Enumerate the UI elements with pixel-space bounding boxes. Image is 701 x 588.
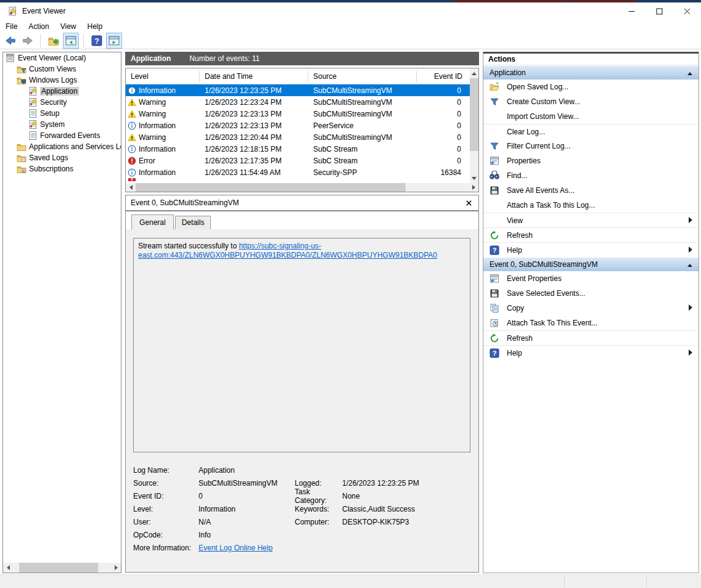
- toolbar-button[interactable]: [83, 34, 86, 47]
- find-icon: [490, 171, 499, 181]
- tree-item[interactable]: System: [3, 119, 121, 130]
- tab[interactable]: Details: [175, 216, 211, 229]
- filter-icon: [490, 141, 499, 151]
- info-icon: [128, 168, 136, 177]
- action-item[interactable]: Filter Current Log...: [483, 139, 699, 153]
- action-item[interactable]: ? Help: [483, 345, 699, 360]
- action-item[interactable]: ? Help: [483, 242, 699, 257]
- toolbar-button[interactable]: [2, 33, 18, 49]
- table-row[interactable]: Warning 1/26/2023 12:23:24 PM SubCMultiS…: [126, 96, 470, 108]
- table-row[interactable]: [126, 178, 470, 181]
- scroll-left-button[interactable]: [126, 183, 136, 192]
- collapse-icon[interactable]: [687, 260, 692, 269]
- info-icon: [128, 145, 136, 153]
- action-item[interactable]: View: [483, 213, 699, 227]
- scroll-right-button[interactable]: [469, 183, 478, 192]
- menu-item[interactable]: Action: [23, 21, 54, 32]
- toolbar-button[interactable]: [46, 33, 62, 49]
- action-item[interactable]: Copy: [483, 301, 699, 316]
- actions-section-header-application[interactable]: Application: [483, 65, 699, 80]
- event-list-panel: Level Date and Time Source Event ID Info…: [125, 68, 479, 192]
- action-item[interactable]: Refresh: [483, 227, 699, 242]
- tree-item[interactable]: Saved Logs: [3, 152, 121, 163]
- field-row: Keywords: Classic,Audit Success: [295, 502, 467, 515]
- action-item[interactable]: Save Selected Events...: [483, 286, 699, 301]
- table-row[interactable]: Information 1/26/2023 11:54:49 AM Securi…: [126, 166, 470, 178]
- close-icon: [466, 200, 472, 206]
- table-row[interactable]: Warning 1/26/2023 12:20:44 PM SubCMultiS…: [126, 131, 470, 143]
- column-header-eventid[interactable]: Event ID: [417, 71, 467, 82]
- scrollbar-thumb[interactable]: [19, 563, 98, 573]
- show-action-pane-icon: [109, 35, 120, 46]
- description-text: Stream started successfully to: [138, 242, 239, 250]
- table-rows: Information 1/26/2023 12:23:25 PM SubCMu…: [126, 84, 470, 182]
- action-item[interactable]: Refresh: [483, 330, 699, 345]
- action-item[interactable]: Open Saved Log...: [483, 80, 699, 94]
- scrollbar-thumb[interactable]: [136, 183, 406, 192]
- warning-icon: [128, 110, 136, 118]
- properties-icon: [490, 156, 499, 166]
- toolbar-button[interactable]: ?: [89, 33, 105, 49]
- tree-item[interactable]: Forwarded Events: [3, 130, 121, 141]
- field-link[interactable]: Event Log Online Help: [199, 544, 273, 552]
- scroll-down-button[interactable]: [470, 173, 478, 183]
- table-vertical-scrollbar[interactable]: [470, 68, 478, 183]
- tree-item[interactable]: Setup: [3, 108, 121, 119]
- tree-item[interactable]: Applications and Services Logs: [3, 141, 121, 152]
- event-log-icon: [28, 120, 38, 129]
- collapse-icon[interactable]: [687, 68, 692, 77]
- event-description[interactable]: Stream started successfully to https://s…: [133, 238, 470, 452]
- scroll-right-button[interactable]: [111, 563, 121, 573]
- toolbar-button[interactable]: [20, 33, 36, 49]
- tree-horizontal-scrollbar[interactable]: [3, 563, 121, 573]
- tree-item[interactable]: Windows Logs: [3, 75, 121, 86]
- table-row[interactable]: Warning 1/26/2023 12:23:13 PM SubCMultiS…: [126, 108, 470, 120]
- status-separator: [646, 576, 647, 587]
- toolbar-button[interactable]: [63, 33, 79, 49]
- tree-item[interactable]: Subscriptions: [3, 163, 121, 174]
- action-item[interactable]: Find...: [483, 168, 699, 183]
- menu-item[interactable]: Help: [82, 21, 109, 32]
- scroll-up-button[interactable]: [470, 68, 478, 78]
- actions-section-header-event[interactable]: Event 0, SubCMultiStreamingVM: [483, 257, 699, 271]
- action-item[interactable]: Create Custom View...: [483, 94, 699, 109]
- services-logs-icon: [17, 142, 27, 152]
- toolbar-button[interactable]: [40, 34, 43, 47]
- tree-item[interactable]: Application: [3, 86, 121, 97]
- table-row[interactable]: Information 1/26/2023 12:23:25 PM SubCMu…: [126, 84, 470, 96]
- action-item[interactable]: Clear Log...: [483, 124, 699, 139]
- actions-title: Actions: [483, 52, 699, 65]
- action-item[interactable]: Attach a Task To this Log...: [483, 198, 699, 213]
- close-button[interactable]: [673, 2, 701, 20]
- action-item[interactable]: Save All Events As...: [483, 183, 699, 198]
- minimize-button[interactable]: [618, 2, 646, 20]
- scrollbar-thumb[interactable]: [470, 78, 478, 151]
- submenu-arrow-icon: [689, 349, 692, 357]
- info-icon: [128, 86, 136, 95]
- table-row[interactable]: Information 1/26/2023 12:23:13 PM PeerSe…: [126, 120, 470, 131]
- detail-title: Event 0, SubCMultiStreamingVM: [131, 198, 239, 207]
- detail-close-button[interactable]: [464, 198, 473, 208]
- tree-item[interactable]: Event Viewer (Local): [3, 52, 121, 63]
- scroll-left-button[interactable]: [3, 563, 13, 573]
- action-item[interactable]: Event Properties: [483, 271, 699, 286]
- refresh-icon: [490, 333, 499, 343]
- column-header-datetime[interactable]: Date and Time: [200, 71, 308, 82]
- table-row[interactable]: Error 1/26/2023 12:17:35 PM SubC Stream …: [126, 155, 470, 166]
- toolbar-button[interactable]: [106, 33, 122, 49]
- tab[interactable]: General: [131, 214, 174, 230]
- column-header-source[interactable]: Source: [308, 71, 417, 82]
- table-row[interactable]: Information 1/26/2023 12:18:15 PM SubC S…: [126, 143, 470, 155]
- svg-text:?: ?: [94, 37, 99, 46]
- action-item[interactable]: Attach Task To This Event...: [483, 316, 699, 330]
- action-item[interactable]: Import Custom View...: [483, 109, 699, 124]
- action-item[interactable]: Properties: [483, 153, 699, 168]
- tree-item[interactable]: Security: [3, 97, 121, 108]
- column-header-level[interactable]: Level: [126, 71, 200, 82]
- tree-item[interactable]: Custom Views: [3, 63, 121, 75]
- table-horizontal-scrollbar[interactable]: [126, 183, 478, 192]
- menu-item[interactable]: View: [55, 21, 82, 32]
- custom-views-icon: [17, 64, 27, 74]
- maximize-button[interactable]: [646, 2, 673, 20]
- menu-item[interactable]: File: [0, 21, 23, 32]
